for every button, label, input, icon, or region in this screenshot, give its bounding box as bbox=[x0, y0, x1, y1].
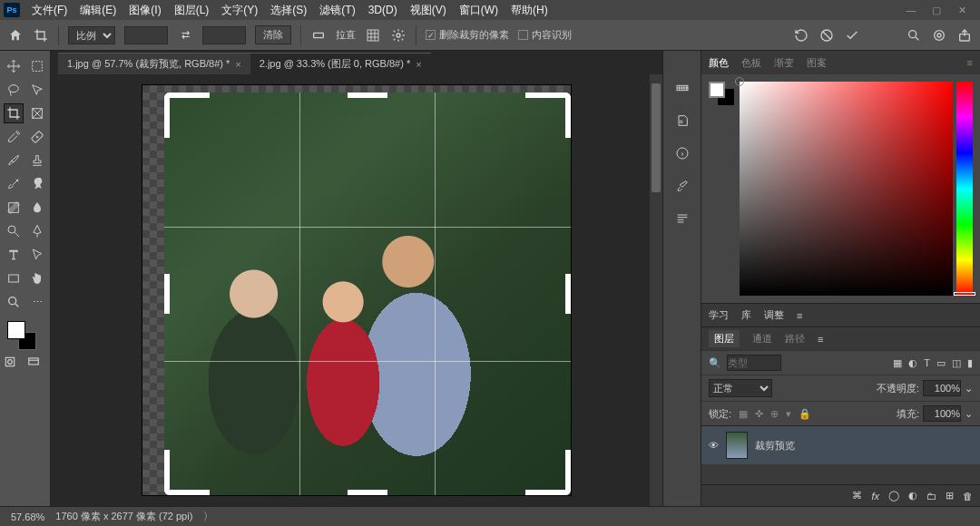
crop-handle-bl[interactable] bbox=[164, 450, 210, 495]
tab-channels[interactable]: 通道 bbox=[752, 332, 772, 346]
canvas[interactable] bbox=[142, 85, 571, 495]
crop-overlay[interactable] bbox=[164, 93, 571, 495]
eyedropper-tool[interactable] bbox=[4, 127, 24, 147]
lock-position-icon[interactable]: ✜ bbox=[755, 408, 763, 420]
menu-select[interactable]: 选择(S) bbox=[264, 3, 313, 18]
blur-tool[interactable] bbox=[27, 198, 47, 218]
ratio-select[interactable]: 比例 bbox=[68, 26, 115, 44]
crop-handle-b[interactable] bbox=[348, 490, 387, 495]
commit-crop-icon[interactable] bbox=[844, 27, 860, 44]
ratio-w-input[interactable] bbox=[124, 26, 168, 44]
tab-patterns[interactable]: 图案 bbox=[807, 56, 827, 70]
hue-slider[interactable] bbox=[956, 82, 973, 296]
lock-nest-icon[interactable]: ▾ bbox=[786, 408, 791, 420]
filter-shape-icon[interactable]: ▭ bbox=[936, 357, 946, 369]
marquee-tool[interactable] bbox=[27, 56, 47, 76]
crop-handle-tl[interactable] bbox=[164, 93, 210, 138]
screen-mode-icon[interactable] bbox=[27, 356, 40, 368]
filter-adjust-icon[interactable]: ◐ bbox=[908, 357, 917, 369]
straighten-icon[interactable] bbox=[310, 27, 327, 44]
layer-filter-select[interactable] bbox=[727, 355, 781, 371]
filter-toggle-icon[interactable]: ▮ bbox=[967, 357, 973, 369]
grid-overlay-icon[interactable] bbox=[365, 27, 381, 44]
dock-info-icon[interactable] bbox=[672, 143, 692, 163]
history-brush-tool[interactable] bbox=[4, 174, 24, 194]
status-arrow-icon[interactable]: 〉 bbox=[203, 510, 213, 523]
menu-layer[interactable]: 图层(L) bbox=[168, 3, 216, 18]
layer-thumbnail[interactable] bbox=[726, 432, 748, 459]
delete-layer-icon[interactable]: 🗑 bbox=[963, 491, 973, 502]
crop-settings-icon[interactable] bbox=[390, 27, 407, 44]
quick-mask-icon[interactable] bbox=[4, 356, 16, 368]
menu-filter[interactable]: 滤镜(T) bbox=[313, 3, 361, 18]
type-tool[interactable] bbox=[4, 245, 24, 265]
content-aware-checkbox[interactable]: 内容识别 bbox=[518, 28, 572, 42]
healing-tool[interactable] bbox=[27, 127, 47, 147]
crop-handle-br[interactable] bbox=[525, 450, 571, 495]
layer-row[interactable]: 👁 裁剪预览 bbox=[701, 426, 980, 464]
crop-handle-l[interactable] bbox=[164, 274, 170, 314]
path-select-tool[interactable] bbox=[27, 245, 47, 265]
crop-tool-icon[interactable] bbox=[33, 27, 49, 44]
close-tab-icon[interactable]: × bbox=[235, 59, 240, 70]
vertical-scrollbar[interactable] bbox=[650, 74, 662, 506]
adjustment-layer-icon[interactable]: ◐ bbox=[908, 490, 917, 502]
new-layer-icon[interactable]: ⊞ bbox=[946, 490, 954, 502]
delete-cropped-checkbox[interactable]: ✓删除裁剪的像素 bbox=[426, 28, 509, 42]
lock-artboard-icon[interactable]: ⊕ bbox=[770, 408, 779, 420]
quick-select-tool[interactable] bbox=[27, 80, 47, 100]
filter-pixel-icon[interactable]: ▦ bbox=[893, 357, 902, 369]
cancel-crop-icon[interactable] bbox=[818, 27, 835, 44]
crop-handle-r[interactable] bbox=[565, 274, 571, 314]
edit-toolbar[interactable]: ⋯ bbox=[27, 292, 47, 312]
document-tab-1[interactable]: 1.jpg @ 57.7% (裁剪预览, RGB/8#) *× bbox=[58, 53, 250, 74]
swap-icon[interactable]: ⇄ bbox=[177, 27, 193, 44]
menu-type[interactable]: 文字(Y) bbox=[215, 3, 264, 18]
group-icon[interactable]: 🗀 bbox=[926, 491, 936, 502]
tab-adjustments[interactable]: 调整 bbox=[764, 308, 784, 322]
close-button[interactable]: ✕ bbox=[955, 3, 969, 17]
home-icon[interactable] bbox=[7, 27, 24, 44]
lock-all-icon[interactable]: 🔒 bbox=[799, 408, 811, 420]
panel-color-swatches[interactable] bbox=[709, 82, 736, 296]
lock-pixels-icon[interactable]: ▦ bbox=[739, 408, 748, 420]
panel-menu-icon[interactable]: ≡ bbox=[797, 310, 802, 321]
eraser-tool[interactable] bbox=[27, 174, 47, 194]
fill-input[interactable] bbox=[923, 405, 961, 422]
crop-handle-tr[interactable] bbox=[525, 93, 571, 138]
menu-file[interactable]: 文件(F) bbox=[25, 3, 74, 18]
dock-history-icon[interactable] bbox=[672, 111, 692, 131]
rectangle-tool[interactable] bbox=[4, 268, 24, 288]
brush-tool[interactable] bbox=[4, 151, 24, 170]
canvas-viewport[interactable] bbox=[51, 74, 662, 506]
stamp-tool[interactable] bbox=[27, 151, 47, 170]
tab-layers[interactable]: 图层 bbox=[709, 330, 740, 347]
dodge-tool[interactable] bbox=[4, 221, 24, 241]
close-tab-icon[interactable]: × bbox=[416, 59, 421, 70]
filter-smart-icon[interactable]: ◫ bbox=[952, 357, 961, 369]
frame-tool[interactable] bbox=[27, 103, 47, 123]
tab-learn[interactable]: 学习 bbox=[709, 308, 729, 322]
clear-button[interactable]: 清除 bbox=[255, 25, 291, 44]
tab-gradients[interactable]: 渐变 bbox=[774, 56, 794, 70]
menu-window[interactable]: 窗口(W) bbox=[453, 3, 505, 18]
view-extras-icon[interactable] bbox=[931, 27, 947, 44]
tab-color[interactable]: 颜色 bbox=[709, 56, 729, 70]
visibility-icon[interactable]: 👁 bbox=[709, 440, 719, 451]
pen-tool[interactable] bbox=[27, 221, 47, 241]
opacity-input[interactable] bbox=[923, 380, 961, 396]
doc-dimensions[interactable]: 1760 像素 x 2677 像素 (72 ppi) bbox=[55, 510, 192, 523]
hand-tool[interactable] bbox=[27, 268, 47, 288]
zoom-tool[interactable] bbox=[4, 292, 24, 312]
panel-menu-icon[interactable]: ≡ bbox=[818, 334, 823, 345]
minimize-button[interactable]: — bbox=[904, 3, 918, 17]
menu-help[interactable]: 帮助(H) bbox=[505, 3, 554, 18]
share-icon[interactable] bbox=[956, 27, 973, 44]
lasso-tool[interactable] bbox=[4, 80, 24, 100]
panel-menu-icon[interactable]: ≡ bbox=[967, 57, 973, 68]
maximize-button[interactable]: ▢ bbox=[929, 3, 944, 17]
crop-handle-t[interactable] bbox=[348, 93, 387, 98]
tab-libraries[interactable]: 库 bbox=[741, 308, 751, 322]
layer-mask-icon[interactable]: ◯ bbox=[888, 490, 899, 502]
move-tool[interactable] bbox=[4, 56, 24, 76]
